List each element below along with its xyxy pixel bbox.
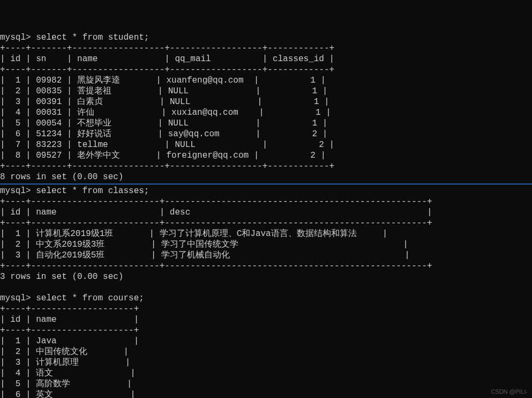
table-row: | 6 | 英文 | xyxy=(0,390,136,398)
query2-footer: 3 rows in set (0.00 sec) xyxy=(0,272,123,282)
table-row: | 7 | 83223 | tellme | NULL | 2 | xyxy=(0,140,334,150)
table-row: | 4 | 语文 | xyxy=(0,368,136,378)
table-border: +----+--------------------+ xyxy=(0,326,139,335)
query1-footer: 8 rows in set (0.00 sec) xyxy=(0,172,123,182)
table-header-row: | id | sn | name | qq_mail | classes_id … xyxy=(0,54,334,64)
table-row: | 8 | 09527 | 老外学中文 | foreigner@qq.com |… xyxy=(0,151,326,160)
table-row: | 2 | 中文系2019级3班 | 学习了中国传统文学 | xyxy=(0,240,408,249)
table-row: | 2 | 00835 | 菩提老祖 | NULL | 1 | xyxy=(0,86,327,96)
table-row: | 3 | 计算机原理 | xyxy=(0,358,130,367)
table-border: +----+-------+------------------+-------… xyxy=(0,161,334,171)
table-row: | 5 | 高阶数学 | xyxy=(0,379,132,389)
table-header-row: | id | name | desc | xyxy=(0,208,432,217)
table-header-row: | id | name | xyxy=(0,315,139,325)
terminal-output: mysql> select * from classes; +----+----… xyxy=(0,186,532,398)
table-row: | 3 | 00391 | 白素贞 | NULL | 1 | xyxy=(0,97,329,107)
table-row: | 2 | 中国传统文化 | xyxy=(0,347,129,357)
table-border: +----+-------+------------------+-------… xyxy=(0,43,334,53)
table-border: +----+-------------------------+--------… xyxy=(0,218,432,228)
table-row: | 4 | 00031 | 许仙 | xuxian@qq.com | 1 | xyxy=(0,108,331,117)
table-row: | 1 | 计算机系2019级1班 | 学习了计算机原理、C和Java语言、数据… xyxy=(0,229,387,239)
query2-prompt[interactable]: mysql> select * from classes; xyxy=(0,186,149,196)
table-border: +----+-------+------------------+-------… xyxy=(0,65,334,75)
table-row: | 6 | 51234 | 好好说话 | say@qq.com | 2 | xyxy=(0,129,327,139)
table-row: | 1 | Java | xyxy=(0,336,139,346)
table-border: +----+-------------------------+--------… xyxy=(0,261,432,271)
divider xyxy=(0,183,532,185)
table-row: | 5 | 00054 | 不想毕业 | NULL | 1 | xyxy=(0,119,327,128)
watermark: CSDN @PILI- xyxy=(491,388,528,396)
query3-prompt[interactable]: mysql> select * from course; xyxy=(0,293,144,303)
table-row: | 3 | 自动化2019级5班 | 学习了机械自动化 | xyxy=(0,250,410,260)
query1-prompt[interactable]: mysql> select * from student; xyxy=(0,33,149,42)
table-row: | 1 | 09982 | 黑旋风李逵 | xuanfeng@qq.com | … xyxy=(0,76,326,85)
table-border: +----+--------------------+ xyxy=(0,304,139,314)
table-border: +----+-------------------------+--------… xyxy=(0,197,432,207)
terminal-output: mysql> select * from student; +----+----… xyxy=(0,32,532,182)
